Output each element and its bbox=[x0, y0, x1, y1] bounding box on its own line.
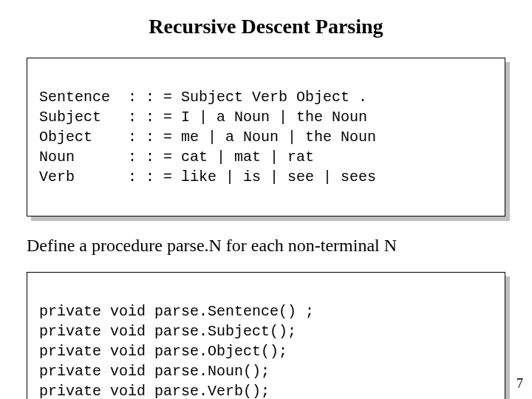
grammar-box: Sentence : : = Subject Verb Object . Sub… bbox=[27, 58, 505, 216]
code-line: private void parse.Noun(); bbox=[39, 363, 270, 380]
slide: Recursive Descent Parsing Sentence : : =… bbox=[0, 0, 532, 399]
code-line: private void parse.Verb(); bbox=[39, 383, 270, 399]
code-line: private void parse.Subject(); bbox=[39, 323, 296, 340]
page-number: 7 bbox=[516, 376, 523, 392]
slide-title: Recursive Descent Parsing bbox=[27, 15, 505, 38]
grammar-line: Sentence : : = Subject Verb Object . bbox=[39, 89, 367, 106]
code-line: private void parse.Object(); bbox=[39, 343, 287, 360]
grammar-line: Verb : : = like | is | see | sees bbox=[39, 168, 376, 185]
grammar-line: Subject : : = I | a Noun | the Noun bbox=[39, 109, 367, 126]
code-panel: private void parse.Sentence() ; private … bbox=[27, 272, 505, 399]
code-box: private void parse.Sentence() ; private … bbox=[27, 272, 505, 399]
grammar-line: Object : : = me | a Noun | the Noun bbox=[39, 129, 376, 146]
code-line: private void parse.Sentence() ; bbox=[39, 303, 314, 320]
grammar-line: Noun : : = cat | mat | rat bbox=[39, 149, 314, 166]
grammar-panel: Sentence : : = Subject Verb Object . Sub… bbox=[27, 58, 505, 216]
body-text: Define a procedure parse.N for each non-… bbox=[27, 236, 505, 256]
